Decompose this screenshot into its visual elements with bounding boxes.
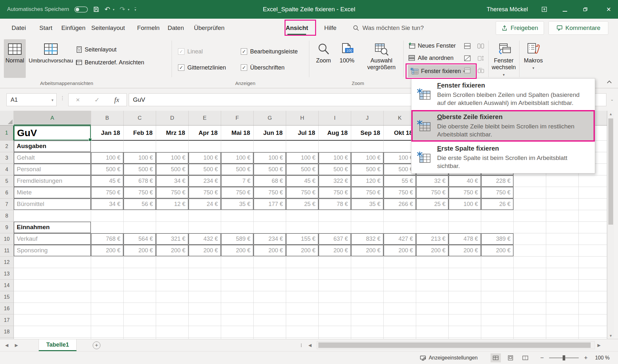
cell-A14[interactable] xyxy=(14,280,91,291)
name-box-dropdown-icon[interactable]: ▾ xyxy=(52,94,53,107)
cell-D13[interactable] xyxy=(156,268,189,280)
cell-C2[interactable] xyxy=(124,141,156,152)
cell-F14[interactable] xyxy=(221,280,254,291)
cell-I17[interactable] xyxy=(319,314,351,326)
checkbox-icon[interactable]: ✓ xyxy=(241,48,247,55)
cell-C6[interactable]: 750 € xyxy=(124,187,156,199)
cell-D2[interactable] xyxy=(156,141,189,152)
cell-A4[interactable]: Personal xyxy=(14,164,91,175)
cell-J14[interactable] xyxy=(351,280,384,291)
cell-G6[interactable]: 750 € xyxy=(254,187,286,199)
cell-F8[interactable] xyxy=(221,210,254,222)
cell-Q14[interactable] xyxy=(579,280,607,291)
cell-B5[interactable]: 45 € xyxy=(91,175,124,187)
cell-J8[interactable] xyxy=(351,210,384,222)
column-header-B[interactable]: B xyxy=(91,111,124,125)
page-layout-view-toggle[interactable] xyxy=(505,353,516,362)
cell-F4[interactable]: 500 € xyxy=(221,164,254,175)
cell-D8[interactable] xyxy=(156,210,189,222)
cell-L6[interactable]: 750 € xyxy=(416,187,449,199)
cell-P15[interactable] xyxy=(546,291,579,303)
arrange-all-button[interactable]: Alle anordnen xyxy=(408,53,454,63)
cell-E10[interactable]: 432 € xyxy=(189,233,221,245)
cell-H1[interactable]: Jul 18 xyxy=(286,126,319,141)
cell-F3[interactable]: 100 € xyxy=(221,152,254,164)
cell-C10[interactable]: 564 € xyxy=(124,233,156,245)
user-name[interactable]: Theresa Möckel xyxy=(487,6,528,13)
cell-E12[interactable] xyxy=(189,257,221,268)
cell-I15[interactable] xyxy=(319,291,351,303)
cell-D10[interactable]: 321 € xyxy=(156,233,189,245)
column-header-F[interactable]: F xyxy=(221,111,254,125)
cell-Q18[interactable] xyxy=(579,326,607,338)
cell-A18[interactable] xyxy=(14,326,91,338)
row-header-17[interactable]: 17 xyxy=(0,314,14,326)
cell-P17[interactable] xyxy=(546,314,579,326)
cell-A2[interactable]: Ausgaben xyxy=(14,141,91,152)
column-header-G[interactable]: G xyxy=(254,111,286,125)
cancel-icon[interactable]: × xyxy=(76,96,80,104)
cell-P18[interactable] xyxy=(546,326,579,338)
cell-E2[interactable] xyxy=(189,141,221,152)
cell-E8[interactable] xyxy=(189,210,221,222)
cell-P12[interactable] xyxy=(546,257,579,268)
cell-E7[interactable]: 24 € xyxy=(189,199,221,210)
tab-hilfe[interactable]: Hilfe xyxy=(324,19,336,37)
row-header-13[interactable]: 13 xyxy=(0,268,14,280)
cell-A15[interactable] xyxy=(14,291,91,303)
row-header-2[interactable]: 2 xyxy=(0,141,14,152)
cell-I8[interactable] xyxy=(319,210,351,222)
minimize-button[interactable] xyxy=(561,6,569,13)
cell-L17[interactable] xyxy=(416,314,449,326)
cell-O14[interactable] xyxy=(514,280,546,291)
cell-I5[interactable]: 322 € xyxy=(319,175,351,187)
row-header-18[interactable]: 18 xyxy=(0,326,14,338)
cell-H10[interactable]: 155 € xyxy=(286,233,319,245)
ribbon-display-options-icon[interactable] xyxy=(541,6,547,12)
cell-F17[interactable] xyxy=(221,314,254,326)
enter-icon[interactable]: ✓ xyxy=(95,96,100,104)
restore-button[interactable] xyxy=(583,7,591,12)
cell-H7[interactable]: 25 € xyxy=(286,199,319,210)
cell-B9[interactable] xyxy=(91,222,124,233)
autosave-toggle[interactable] xyxy=(74,6,88,13)
cell-P11[interactable] xyxy=(546,245,579,257)
cell-D5[interactable]: 34 € xyxy=(156,175,189,187)
cell-H9[interactable] xyxy=(286,222,319,233)
tab-berprfen[interactable]: Überprüfen xyxy=(194,19,224,37)
tab-start[interactable]: Start xyxy=(39,19,52,37)
cell-D16[interactable] xyxy=(156,303,189,314)
new-sheet-button[interactable]: + xyxy=(93,341,100,349)
normal-view-button[interactable]: Normal xyxy=(4,39,26,78)
cell-B18[interactable] xyxy=(91,326,124,338)
cell-K15[interactable] xyxy=(384,291,416,303)
cell-P8[interactable] xyxy=(546,210,579,222)
cell-J5[interactable]: 120 € xyxy=(351,175,384,187)
cell-E18[interactable] xyxy=(189,326,221,338)
cell-F18[interactable] xyxy=(221,326,254,338)
cell-N18[interactable] xyxy=(481,326,514,338)
row-header-12[interactable]: 12 xyxy=(0,257,14,268)
cell-G16[interactable] xyxy=(254,303,286,314)
tab-ansicht[interactable]: Ansicht xyxy=(286,19,308,37)
cell-C17[interactable] xyxy=(124,314,156,326)
cell-I3[interactable]: 100 € xyxy=(319,152,351,164)
cell-E13[interactable] xyxy=(189,268,221,280)
cell-J16[interactable] xyxy=(351,303,384,314)
menu-item-col[interactable]: Erste Spalte fixierenDie erste Spalte is… xyxy=(411,142,595,173)
cell-A16[interactable] xyxy=(14,303,91,314)
cell-E11[interactable]: 200 € xyxy=(189,245,221,257)
cell-A11[interactable]: Sponsoring xyxy=(14,245,91,257)
cell-G13[interactable] xyxy=(254,268,286,280)
cell-N12[interactable] xyxy=(481,257,514,268)
cell-G15[interactable] xyxy=(254,291,286,303)
cell-I12[interactable] xyxy=(319,257,351,268)
cell-F16[interactable] xyxy=(221,303,254,314)
cell-K14[interactable] xyxy=(384,280,416,291)
cell-O13[interactable] xyxy=(514,268,546,280)
cell-J1[interactable]: Sep 18 xyxy=(351,126,384,141)
cell-Q13[interactable] xyxy=(579,268,607,280)
cell-H5[interactable]: 45 € xyxy=(286,175,319,187)
cell-N11[interactable]: 200 € xyxy=(481,245,514,257)
zoom-slider-thumb[interactable] xyxy=(563,355,565,360)
